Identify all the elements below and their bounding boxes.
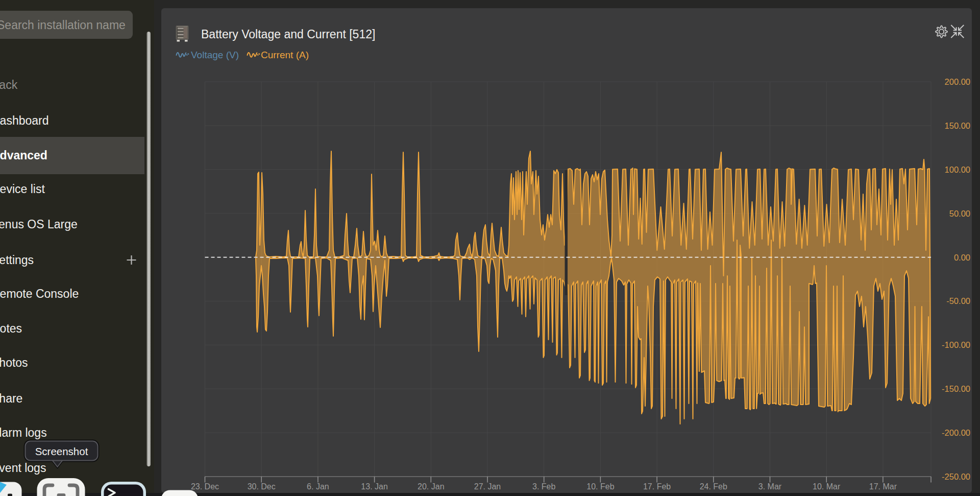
svg-text:Event logs: Event logs — [0, 461, 46, 475]
svg-text:17. Feb: 17. Feb — [643, 482, 671, 491]
svg-text:10. Mar: 10. Mar — [813, 482, 841, 491]
svg-text:Dashboard: Dashboard — [0, 114, 49, 127]
svg-text:3. Feb: 3. Feb — [532, 482, 555, 491]
svg-text:24. Feb: 24. Feb — [700, 482, 727, 491]
svg-text:Notes: Notes — [0, 322, 22, 335]
svg-text:Battery Voltage and Current [5: Battery Voltage and Current [512] — [201, 28, 375, 41]
svg-text:Photos: Photos — [0, 356, 28, 369]
svg-text:10. Feb: 10. Feb — [586, 482, 614, 491]
svg-text:27. Jan: 27. Jan — [474, 482, 501, 491]
svg-text:6. Jan: 6. Jan — [307, 482, 329, 491]
svg-text:200.00: 200.00 — [945, 77, 970, 86]
svg-text:100.00: 100.00 — [945, 165, 970, 174]
svg-text:17. Mar: 17. Mar — [869, 482, 897, 491]
svg-text:Remote Console: Remote Console — [0, 287, 79, 300]
svg-text:Voltage (V): Voltage (V) — [191, 50, 239, 60]
svg-text:Search installation name: Search installation name — [0, 18, 126, 32]
svg-text:0.00: 0.00 — [954, 253, 970, 262]
svg-text:23. Dec: 23. Dec — [191, 482, 219, 491]
svg-text:Share: Share — [0, 392, 22, 405]
svg-text:50.00: 50.00 — [949, 209, 970, 218]
svg-text:3. Mar: 3. Mar — [758, 482, 782, 491]
svg-text:-200.00: -200.00 — [942, 428, 970, 437]
svg-text:Advanced: Advanced — [0, 149, 47, 162]
svg-text:Venus OS Large: Venus OS Large — [0, 218, 78, 231]
svg-text:Device list: Device list — [0, 182, 45, 196]
svg-text:Screenshot: Screenshot — [35, 445, 88, 457]
svg-text:-250.00: -250.00 — [942, 472, 970, 481]
svg-text:Current (A): Current (A) — [261, 50, 309, 60]
svg-text:Back: Back — [0, 78, 18, 91]
svg-text:Settings: Settings — [0, 253, 34, 267]
svg-text:30. Dec: 30. Dec — [248, 482, 276, 491]
svg-text:Alarm logs: Alarm logs — [0, 426, 47, 439]
svg-text:20. Jan: 20. Jan — [418, 482, 444, 491]
svg-text:-150.00: -150.00 — [942, 384, 970, 393]
svg-text:-100.00: -100.00 — [942, 340, 970, 349]
svg-text:-50.00: -50.00 — [946, 296, 970, 305]
svg-text:13. Jan: 13. Jan — [361, 482, 387, 491]
svg-text:150.00: 150.00 — [945, 121, 970, 130]
